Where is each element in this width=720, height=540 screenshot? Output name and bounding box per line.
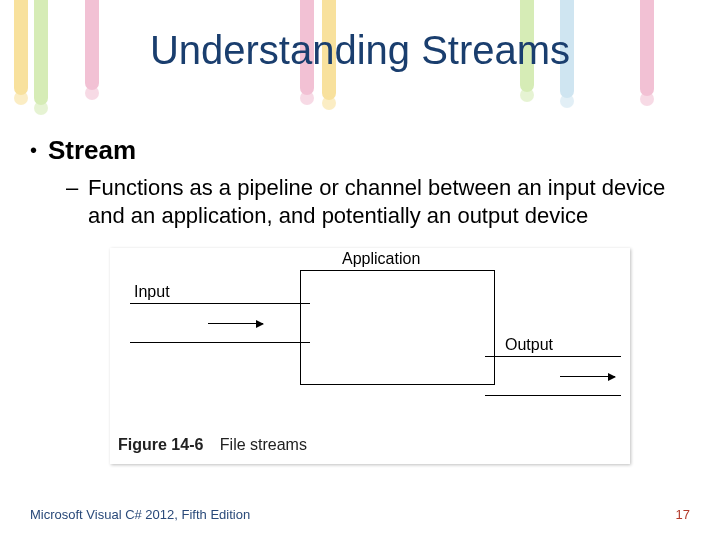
bullet-level-1: • Stream (30, 135, 690, 166)
footer-source: Microsoft Visual C# 2012, Fifth Edition (30, 507, 250, 522)
input-arrow-icon (208, 323, 263, 324)
figure-number: Figure 14-6 (118, 436, 203, 453)
slide: Understanding Streams • Stream – Functio… (0, 0, 720, 540)
bullet-level-2-text: Functions as a pipeline or channel betwe… (88, 174, 678, 229)
input-label: Input (134, 283, 170, 301)
figure-caption-text: File streams (220, 436, 307, 453)
footer-page-number: 17 (676, 507, 690, 522)
figure-caption: Figure 14-6 File streams (110, 428, 630, 464)
bullet-dash-icon: – (66, 174, 88, 202)
stream-diagram: Application Input Output (110, 248, 630, 428)
bullet-dot-icon: • (30, 135, 48, 165)
application-label: Application (342, 250, 420, 268)
page-title: Understanding Streams (0, 28, 720, 73)
bullet-level-1-text: Stream (48, 135, 136, 166)
application-box (300, 270, 495, 385)
output-label: Output (505, 336, 553, 354)
figure: Application Input Output Figure 14-6 Fil… (110, 248, 630, 464)
bullet-level-2: – Functions as a pipeline or channel bet… (66, 174, 690, 229)
output-arrow-icon (560, 376, 615, 377)
body-text: • Stream – Functions as a pipeline or ch… (30, 135, 690, 229)
